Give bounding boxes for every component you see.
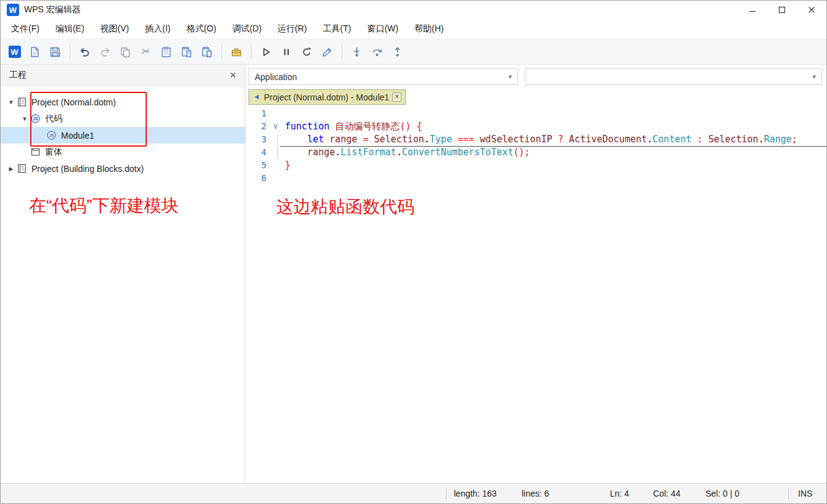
maximize-icon <box>778 6 786 14</box>
step-out-button[interactable] <box>388 43 407 61</box>
copy-icon <box>120 46 131 58</box>
menu-item-v[interactable]: 视图(V) <box>93 20 138 38</box>
menu-item-t[interactable]: 工具(T) <box>315 20 360 38</box>
status-line: Ln: 4 <box>610 489 629 498</box>
close-button[interactable] <box>797 1 826 19</box>
status-length: length: 163 <box>454 489 496 498</box>
window-controls <box>738 1 826 19</box>
code-line-3: 3 let range = Selection.Type === wdSelec… <box>245 133 826 146</box>
pause-button[interactable] <box>277 43 296 61</box>
minimize-button[interactable] <box>738 1 767 19</box>
step-into-button[interactable] <box>347 43 366 61</box>
document-icon <box>29 46 41 58</box>
expand-arrow-icon[interactable]: ▶ <box>6 166 17 172</box>
fold-collapse-icon[interactable]: ∨ <box>270 120 281 133</box>
code-module-icon: JS <box>46 130 59 141</box>
tree-item-label: Module1 <box>61 131 94 140</box>
svg-text:JS: JS <box>33 116 38 121</box>
maximize-button[interactable] <box>767 1 797 19</box>
compile-icon <box>231 46 242 58</box>
wps-macro-editor-window: W WPS 宏编辑器 文件(F)编辑(E)视图(V)插入(I)格式(O)调试(D… <box>0 0 827 504</box>
project-panel-close-icon[interactable]: × <box>229 70 236 81</box>
window-title: WPS 宏编辑器 <box>24 4 81 15</box>
line-number: 3 <box>245 133 270 146</box>
collapse-arrow-icon[interactable]: ▼ <box>6 99 17 105</box>
view-document-button[interactable] <box>25 43 44 61</box>
toolbar-separator <box>70 45 70 59</box>
project-panel-title: 工程 <box>9 70 27 81</box>
tree-item-label: Project (Normal.dotm) <box>31 97 116 107</box>
tab-close-icon[interactable]: × <box>392 92 401 102</box>
fold-margin <box>270 159 281 172</box>
reset-icon <box>301 46 313 58</box>
fold-margin <box>270 172 281 185</box>
cut-icon: ✂ <box>142 47 150 57</box>
fold-margin <box>270 107 281 120</box>
step-out-icon <box>392 46 403 58</box>
status-divider <box>446 488 446 500</box>
tree-item-forms-folder[interactable]: 窗体 <box>1 144 245 160</box>
wps-logo-icon: W <box>9 46 21 58</box>
paste-button[interactable] <box>157 43 176 61</box>
paste-special-button[interactable] <box>177 43 196 61</box>
tree-item-project-normal-dotm[interactable]: ▼Project (Normal.dotm) <box>1 94 245 110</box>
tab-project-normal-module1[interactable]: Project (Normal.dotm) - Module1 × <box>249 89 406 105</box>
cut-button[interactable]: ✂ <box>136 43 155 61</box>
collapse-arrow-icon[interactable]: ▼ <box>19 116 30 122</box>
status-col: Col: 44 <box>653 489 680 498</box>
menu-item-i[interactable]: 插入(I) <box>137 20 178 38</box>
reset-button[interactable] <box>297 43 316 61</box>
code-line-4: 4 range.ListFormat.ConvertNumbersToText(… <box>245 146 826 159</box>
menu-item-d[interactable]: 调试(D) <box>224 20 269 38</box>
code-text: range.ListFormat.ConvertNumbersToText(); <box>281 146 826 159</box>
tree-item-project-building-blocks-dotx[interactable]: ▶Project (Building Blocks.dotx) <box>1 160 245 177</box>
redo-button[interactable] <box>96 43 115 61</box>
toolbar-separator <box>221 45 222 59</box>
menu-item-r[interactable]: 运行(R) <box>269 20 315 38</box>
menu-item-w[interactable]: 窗口(W) <box>359 20 406 38</box>
paste-special-icon <box>181 46 192 58</box>
menu-item-f[interactable]: 文件(F) <box>3 20 47 38</box>
tree-item-code-folder[interactable]: ▼JS代码 <box>1 110 245 127</box>
tab-bar: Project (Normal.dotm) - Module1 × <box>245 89 826 105</box>
wps-home-button[interactable]: W <box>5 43 24 61</box>
line-number: 1 <box>245 107 270 120</box>
menu-item-h[interactable]: 帮助(H) <box>406 20 451 38</box>
project-panel-header: 工程 × <box>1 65 245 86</box>
line-number: 5 <box>245 159 270 172</box>
save-button[interactable] <box>46 43 65 61</box>
menu-item-o[interactable]: 格式(O) <box>178 20 224 38</box>
member-dropdown[interactable]: ▾ <box>525 68 822 85</box>
save-icon <box>49 46 61 58</box>
fold-guide <box>270 133 281 146</box>
syntax-check-button[interactable] <box>318 43 337 61</box>
code-text: function 自动编号转静态() { <box>281 120 826 133</box>
run-button[interactable] <box>257 43 276 61</box>
caret-line-indicator <box>280 146 826 147</box>
step-into-icon <box>351 46 363 58</box>
toolbar-separator <box>251 45 252 59</box>
editor-area: Application ▾ ▾ Project (Normal.dotm) - … <box>245 65 826 483</box>
code-text <box>281 107 826 120</box>
undo-icon <box>79 46 91 58</box>
menu-item-e[interactable]: 编辑(E) <box>47 20 93 38</box>
title-left: W WPS 宏编辑器 <box>7 4 81 16</box>
compile-button[interactable] <box>227 43 246 61</box>
status-divider <box>788 488 789 500</box>
status-lines: lines: 6 <box>522 489 549 498</box>
code-line-6: 6 <box>245 172 826 185</box>
panel-annotation-text: 在“代码”下新建模块 <box>29 194 179 217</box>
tab-label: Project (Normal.dotm) - Module1 <box>264 92 389 102</box>
code-line-1: 1 <box>245 107 826 120</box>
copy-button[interactable] <box>116 43 135 61</box>
combo-row: Application ▾ ▾ <box>245 65 826 87</box>
status-insert-mode: INS <box>798 489 812 498</box>
step-over-button[interactable] <box>368 43 387 61</box>
fold-guide <box>270 146 281 159</box>
close-icon <box>808 6 815 14</box>
undo-button[interactable] <box>75 43 94 61</box>
tree-item-module1[interactable]: JSModule1 <box>1 127 245 144</box>
object-dropdown[interactable]: Application ▾ <box>249 68 518 85</box>
paste-all-button[interactable] <box>197 43 216 61</box>
code-editor[interactable]: 12∨function 自动编号转静态() {3 let range = Sel… <box>245 105 826 483</box>
